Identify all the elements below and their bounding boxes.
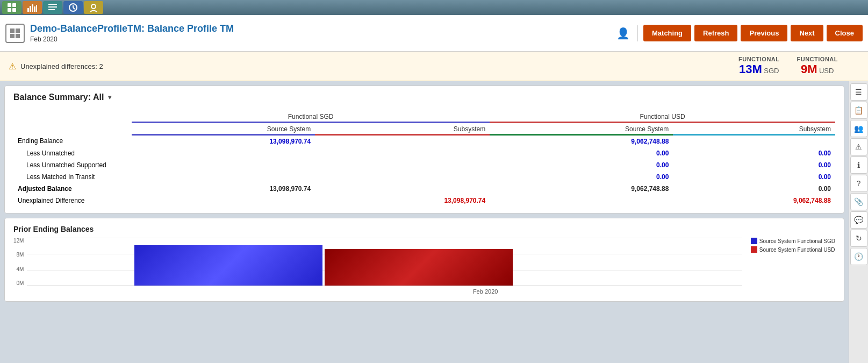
warning-icon: ⚠ [9,61,16,72]
col-sgd-source: Source System [132,123,315,135]
balance-cell: 0.00 [490,147,673,159]
legend-label-blue: Source System Functional SGD [759,238,835,244]
sidebar-info-icon[interactable]: ℹ [850,156,867,174]
svg-rect-11 [48,9,55,10]
svg-rect-4 [27,8,29,12]
balance-cell: 13,098,970.74 [132,135,315,148]
chart-title: Prior Ending Balances [13,225,835,233]
col-header-usd: Functional USD [490,111,835,123]
svg-rect-17 [16,29,20,33]
functional-usd-value: 9M [801,62,817,76]
functional-sgd-currency: SGD [764,67,779,75]
balance-cell [490,195,673,207]
balance-cell: 0.00 [490,171,673,183]
svg-point-15 [91,4,96,9]
balance-cell [132,159,315,171]
header-actions: 👤 Matching Refresh Previous Next Close [616,25,863,41]
page-subtitle: Feb 2020 [30,35,616,43]
sidebar-help-icon[interactable]: ? [850,175,867,192]
alert-text: Unexplained differences: 2 [20,62,103,70]
svg-line-14 [73,8,75,9]
balance-cell: 0.00 [673,183,835,195]
balance-row-label: Unexplained Difference [13,195,132,207]
chart-legend: Source System Functional SGD Source Syst… [751,238,835,253]
divider [637,25,638,41]
balance-summary-title: Balance Summary: All ▾ [13,92,835,102]
legend-label-red: Source System Functional USD [759,247,835,253]
dropdown-arrow-icon[interactable]: ▾ [108,94,111,101]
functional-sgd-block: FUNCTIONAL 13M SGD [738,56,780,76]
sidebar-note-icon[interactable]: 📋 [850,102,867,119]
nav-icon-1[interactable] [2,1,21,14]
balance-cell: 9,062,748.88 [673,195,835,207]
balance-cell [673,135,835,148]
sidebar-refresh-icon[interactable]: ↻ [850,230,867,247]
chart-bars [27,237,513,286]
balance-cell: 13,098,970.74 [315,195,490,207]
prior-ending-balances-card: Prior Ending Balances 12M 8M 4M 0M [4,218,844,302]
chart-x-label: Feb 2020 [228,288,742,295]
balance-table: Functional SGD Functional USD Source Sys… [13,111,835,207]
balance-cell [315,159,490,171]
balance-cell: 0.00 [673,159,835,171]
nav-icon-5[interactable] [84,1,103,14]
chart-plot: Feb 2020 [27,238,742,295]
functional-sgd-label: FUNCTIONAL [738,56,780,62]
top-nav [0,0,868,15]
sidebar-clip-icon[interactable]: 📎 [850,193,867,210]
functional-usd-label: FUNCTIONAL [797,56,838,62]
sidebar-comment-icon[interactable]: 💬 [850,211,867,229]
col-sgd-subsystem: Subsystem [315,123,490,135]
balance-row-label: Less Matched In Transit [13,171,132,183]
page-title: Demo-BalanceProfileTM: Balance Profile T… [30,23,616,34]
bar-sgd [134,245,322,286]
balance-row-label: Ending Balance [13,135,132,148]
balance-row-label: Adjusted Balance [13,183,132,195]
col-usd-source: Source System [490,123,673,135]
svg-rect-19 [16,34,20,38]
svg-rect-6 [32,4,33,12]
refresh-button[interactable]: Refresh [694,25,737,41]
chart-area: 12M 8M 4M 0M [13,238,835,295]
legend-item-red: Source System Functional USD [751,246,835,253]
alert-left: ⚠ Unexplained differences: 2 [9,61,103,72]
functional-usd-currency: USD [819,67,834,75]
nav-icon-2[interactable] [23,1,42,14]
alert-bar: ⚠ Unexplained differences: 2 FUNCTIONAL … [0,52,868,81]
bar-usd [325,249,513,286]
svg-rect-2 [8,8,11,12]
balance-row-label: Less Unmatched [13,147,132,159]
svg-rect-9 [48,4,57,5]
sidebar-clock-icon[interactable]: 🕐 [850,248,867,265]
close-button[interactable]: Close [827,25,863,41]
sidebar-list-icon[interactable]: ☰ [850,83,867,101]
matching-button[interactable]: Matching [643,25,691,41]
svg-rect-5 [30,6,31,12]
balance-cell: 9,062,748.88 [490,183,673,195]
balance-cell: 9,062,748.88 [490,135,673,148]
legend-color-blue [751,238,757,244]
legend-color-red [751,246,757,253]
previous-button[interactable]: Previous [741,25,787,41]
user-icon: 👤 [616,27,630,40]
chart-grid [27,238,742,286]
col-header-sgd: Functional SGD [132,111,490,123]
balance-cell: 0.00 [673,147,835,159]
svg-rect-3 [12,8,16,12]
nav-icon-3[interactable] [43,1,62,14]
sidebar-warning-icon[interactable]: ⚠ [850,138,867,155]
svg-rect-18 [10,34,15,38]
svg-rect-16 [10,29,15,33]
balance-cell [315,135,490,148]
header-title-block: Demo-BalanceProfileTM: Balance Profile T… [30,23,616,43]
svg-rect-7 [34,6,35,12]
balance-cell [315,147,490,159]
balance-cell [132,195,315,207]
balance-cell: 13,098,970.74 [132,183,315,195]
next-button[interactable]: Next [791,25,823,41]
svg-rect-8 [36,5,37,12]
main-content: Balance Summary: All ▾ Functional SGD Fu… [0,81,868,363]
nav-icon-4[interactable] [63,1,83,14]
sidebar-user-settings-icon[interactable]: 👥 [850,120,867,137]
balance-cell [132,171,315,183]
